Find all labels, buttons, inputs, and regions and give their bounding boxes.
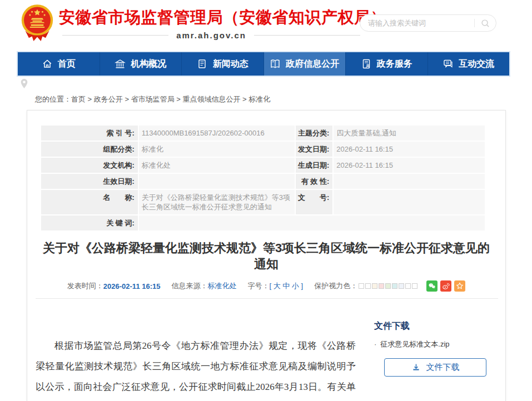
article-body: 根据市场监管总局第26号令《地方标准管理办法》规定，现将《公路桥梁轻量化监测技术… [36,335,356,401]
breadcrumb-separator: > [123,95,131,103]
meta-value [334,174,485,189]
weibo-icon[interactable] [440,280,451,292]
domain-line-right [254,35,360,36]
eye-color-swatch[interactable] [412,283,417,289]
search-button[interactable] [475,15,496,31]
download-button[interactable]: 文件下载 [384,358,486,377]
eye-color-swatch[interactable] [372,283,377,289]
meta-value: 标准化 [139,142,295,157]
nav-services[interactable]: 政务服务 [346,52,428,76]
article-paragraph: 根据市场监管总局第26号令《地方标准管理办法》规定，现将《公路桥梁轻量化监测技术… [36,335,356,401]
publish-time-value: 2026-02-11 16:15 [103,282,161,290]
meta-value [139,215,485,230]
eye-color-swatch[interactable] [379,283,384,289]
search-box [360,14,496,32]
meta-row: 生效日期:有 效 性: [41,174,485,189]
nav-news[interactable]: 新闻动态 [182,52,264,76]
meta-value: 2026-02-11 16:15 [334,142,485,157]
bullet-dot: · [374,340,376,348]
main-nav: 首页机构概况新闻动态政府信息公开政务服务互动交流 [17,51,510,77]
meta-row: 关 键 词: [41,215,485,230]
meta-value: 标准化处 [139,158,295,173]
meta-value [139,174,295,189]
nav-info-disclosure[interactable]: 政府信息公开 [264,52,346,76]
content-panel: 索 引 号:11340000MB1691587J/202602-00016主题分… [27,110,506,401]
eye-color-swatch[interactable] [405,283,411,289]
search-input[interactable] [360,19,474,27]
meta-value: 四大质量基础,通知 [334,126,485,141]
article-title: 关于对《公路桥梁轻量化监测技术规范》等3项长三角区域统一标准公开征求意见的通知 [37,240,495,272]
breadcrumb-item[interactable]: 标准化 [248,95,270,103]
meta-label: 生成日期: [296,158,333,173]
wechat-icon[interactable] [426,280,437,292]
fontsize-options[interactable]: [ 大 中 小 ] [269,281,303,291]
eye-color-swatch[interactable] [399,283,404,289]
meta-row: 名 称:关于对《公路桥梁轻量化监测技术规范》等3项长三角区域统一标准公开征求意见… [41,190,485,214]
fontsize-label: 字号： [247,281,269,291]
eye-color-swatch[interactable] [385,283,391,289]
breadcrumb-separator: > [240,95,248,103]
location-pin-icon [20,78,28,89]
meta-table: 索 引 号:11340000MB1691587J/202602-00016主题分… [40,124,486,232]
download-file-list: ·征求意见标准文本.zip [374,339,501,349]
nav-home[interactable]: 首页 [18,52,100,76]
search-icon [480,18,490,28]
meta-label: 组配分类: [41,142,138,157]
site-domain: amr.ah.gov.cn [176,31,246,40]
meta-label: 索 引 号: [41,126,138,141]
meta-value: 2026-02-11 16:15 [334,158,485,173]
source-value[interactable]: 标准化处 [207,281,236,291]
nav-interaction[interactable]: 互动交流 [428,52,510,76]
site-title-block: 安徽省市场监督管理局（安徽省知识产权局） amr.ah.gov.cn [59,7,364,40]
publish-info-bar: 发表时间： 2026-02-11 16:15 信息来源： 标准化处 字号： [ … [27,280,505,292]
breadcrumb-item[interactable]: 省市场监管局 [131,95,175,103]
breadcrumb-separator: > [86,95,94,103]
meta-label: 名 称: [41,190,138,214]
eye-color-swatches [359,283,417,289]
download-button-label: 文件下载 [426,362,460,373]
services-icon [361,58,372,69]
meta-row: 组配分类:标准化发文日期:2026-02-11 16:15 [41,142,485,157]
eyecolor-label: 保护视力色： [314,281,357,291]
breadcrumb: 您的位置：首页 > 政务公开 > 省市场监管局 > 重点领域信息公开 > 标准化 [35,94,270,104]
news-icon [197,58,208,69]
source-label: 信息来源： [171,281,207,291]
page: 安徽省市场监督管理局（安徽省知识产权局） amr.ah.gov.cn 首页机构概… [0,0,532,401]
meta-label: 发文机构: [41,158,138,173]
meta-label: 发文日期: [296,142,333,157]
section-divider [36,298,498,299]
breadcrumb-item[interactable]: 首页 [71,95,86,103]
home-icon [42,58,53,69]
meta-value: 11340000MB1691587J/202602-00016 [139,126,295,141]
site-header: 安徽省市场监督管理局（安徽省知识产权局） amr.ah.gov.cn [17,0,510,51]
chat-icon [442,58,454,69]
download-panel-title: 文件下载 [374,320,501,332]
eye-color-swatch[interactable] [392,283,397,289]
domain-line-left [62,35,168,36]
breadcrumb-item[interactable]: 重点领域信息公开 [182,95,240,103]
meta-label: 关 键 词: [41,215,138,230]
institution-icon [115,58,126,69]
meta-label: 文 号: [296,190,333,214]
favorite-star-icon[interactable] [454,280,465,292]
download-file-item[interactable]: ·征求意见标准文本.zip [374,339,501,349]
meta-row: 索 引 号:11340000MB1691587J/202602-00016主题分… [41,126,485,141]
nav-org-overview[interactable]: 机构概况 [100,52,182,76]
eye-color-swatch[interactable] [365,283,371,289]
meta-label: 生效日期: [41,174,138,189]
publish-time-label: 发表时间： [67,281,103,291]
meta-label: 主题分类: [296,126,333,141]
breadcrumb-separator: > [175,95,183,103]
meta-label: 有 效 性: [296,174,333,189]
meta-row: 发文机构:标准化处生成日期:2026-02-11 16:15 [41,158,485,173]
download-icon [411,363,421,372]
share-icons [426,280,465,292]
national-emblem-icon [20,3,54,43]
download-panel: 文件下载 ·征求意见标准文本.zip 文件下载 [374,320,501,377]
breadcrumb-item[interactable]: 政务公开 [94,95,123,103]
eye-color-swatch[interactable] [359,283,364,289]
breadcrumb-prefix: 您的位置： [35,95,71,103]
meta-value [334,190,485,214]
meta-value: 关于对《公路桥梁轻量化监测技术规范》等3项长三角区域统一标准公开征求意见的通知 [139,190,295,214]
site-domain-row: amr.ah.gov.cn [59,31,364,40]
